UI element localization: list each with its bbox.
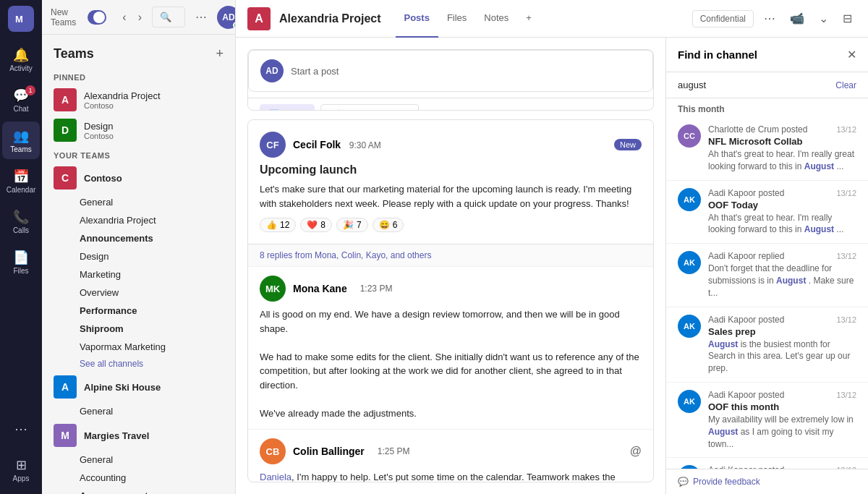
channel-shiproom[interactable]: Shiproom (42, 320, 235, 338)
channel-general[interactable]: General (42, 193, 235, 211)
channel-alexandria-project[interactable]: Alexandria Project (42, 211, 235, 229)
find-result-2[interactable]: AK Aadi Kapoor posted 13/12 OOF Today Ah… (666, 181, 868, 244)
composer-tabs: 📝 Post 📢 Announcement (248, 98, 653, 111)
rail-apps[interactable]: ⊞ Apps (2, 451, 40, 488)
channel-header: A Alexandria Project Posts Files Notes +… (236, 0, 868, 38)
find-result-5[interactable]: AK Aadi Kapoor posted 13/12 OOF this mon… (666, 383, 868, 458)
contoso-icon: C (54, 166, 77, 189)
contoso-name: Contoso (84, 173, 122, 184)
msg-title: Upcoming launch (260, 163, 642, 176)
announcement-tab-label: Announcement (346, 109, 409, 111)
find-input[interactable] (678, 80, 830, 90)
channel-vapormax[interactable]: Vapormax Marketing (42, 338, 235, 356)
channel-alexandria-project-label: Alexandria Project (80, 215, 156, 226)
more-options-button[interactable]: ⋯ (191, 7, 211, 27)
find-clear-button[interactable]: Clear (835, 80, 856, 90)
search-box[interactable]: 🔍 (152, 7, 185, 27)
rail-teams-label: Teams (10, 145, 31, 153)
find-result-4[interactable]: AK Aadi Kapoor posted 13/12 Sales prep A… (666, 307, 868, 383)
rail-more[interactable]: ⋯ (2, 410, 40, 448)
rail-files[interactable]: 📄 Files (2, 243, 40, 281)
pinned-design-content: Design Contoso (84, 121, 114, 140)
reply1-avatar: MK (260, 276, 286, 302)
channel-margies-general[interactable]: General (42, 451, 235, 469)
layout-button[interactable]: ⊟ (838, 9, 856, 28)
channel-marketing-label: Marketing (80, 269, 121, 280)
msg-author: Cecil Folk (293, 139, 341, 150)
main-content: A Alexandria Project Posts Files Notes +… (236, 0, 868, 494)
at-mention-icon: @ (630, 445, 642, 458)
channel-general-label: General (80, 197, 113, 208)
reaction-heart-emoji: ❤️ (307, 220, 318, 230)
replies-bar[interactable]: 8 replies from Mona, Colin, Kayo, and ot… (248, 244, 653, 266)
channel-alpine-general[interactable]: General (42, 402, 235, 420)
channel-margies-general-label: General (80, 454, 113, 465)
find-result-6[interactable]: AK Aadi Kapoor posted 13/12 Important me… (666, 458, 868, 469)
find-result-1-date: 13/12 (836, 125, 856, 134)
channel-accounting[interactable]: Accounting (42, 469, 235, 487)
reply-1: MK Mona Kane 1:23 PM All is good on my e… (248, 266, 653, 429)
reaction-thumbs[interactable]: 👍 12 (260, 218, 296, 232)
teams-icon: 👥 (13, 128, 29, 144)
left-rail: M 🔔 Activity 1 💬 Chat 👥 Teams 📅 Calendar… (0, 0, 42, 494)
find-result-3-preview: Don't forget that the deadline for submi… (708, 263, 856, 299)
channel-margies-announcements[interactable]: Announcements (42, 487, 235, 494)
channel-performance[interactable]: Performance (42, 302, 235, 320)
find-result-1[interactable]: CC Charlotte de Crum posted 13/12 NFL Mi… (666, 117, 868, 181)
team-alpine[interactable]: A Alpine Ski House (42, 372, 235, 402)
see-all-contoso[interactable]: See all channels (42, 356, 235, 372)
msg-new-badge: New (614, 139, 642, 150)
post-tab-btn[interactable]: 📝 Post (260, 104, 315, 111)
find-result-5-date: 13/12 (836, 391, 856, 399)
tab-notes[interactable]: Notes (475, 0, 517, 38)
find-result-3-date: 13/12 (836, 252, 856, 260)
find-result-2-preview: Ah that's great to hear. I'm really look… (708, 212, 856, 237)
new-teams-switch[interactable] (88, 10, 106, 25)
reply2-avatar: CB (260, 438, 286, 464)
reaction-heart[interactable]: ❤️ 8 (300, 218, 332, 232)
channel-design[interactable]: Design (42, 247, 235, 265)
post-composer[interactable]: AD Start a post (248, 50, 653, 92)
tab-files[interactable]: Files (438, 0, 475, 38)
pinned-alexandria[interactable]: A Alexandria Project Contoso (42, 85, 235, 115)
find-result-4-date: 13/12 (836, 315, 856, 324)
channel-more-button[interactable]: ⋯ (760, 9, 780, 28)
reply2-body: Daniela, I'm happy to help. Let's put so… (260, 470, 642, 482)
channel-marketing[interactable]: Marketing (42, 265, 235, 284)
user-avatar[interactable]: AD (217, 6, 236, 29)
rail-calls[interactable]: 📞 Calls (2, 203, 40, 240)
find-feedback[interactable]: 💬 Provide feedback (666, 469, 868, 494)
reaction-laugh-emoji: 😄 (379, 220, 390, 230)
rail-teams[interactable]: 👥 Teams (2, 122, 40, 159)
forward-button[interactable]: › (134, 8, 146, 27)
back-button[interactable]: ‹ (118, 8, 130, 27)
video-call-button[interactable]: 📹 (786, 9, 809, 28)
reaction-laugh[interactable]: 😄 6 (373, 218, 404, 232)
posts-main: AD Start a post 📝 Post 📢 Announcement (236, 38, 665, 494)
tab-notes-label: Notes (484, 12, 509, 23)
alpine-icon: A (54, 375, 77, 399)
add-tab-button[interactable]: + (517, 0, 540, 38)
reaction-laugh-count: 6 (393, 220, 398, 230)
team-margies[interactable]: M Margies Travel (42, 420, 235, 451)
pinned-design[interactable]: D Design Contoso (42, 115, 235, 145)
reaction-party[interactable]: 🎉 7 (336, 218, 368, 232)
channel-overview-label: Overview (80, 287, 119, 298)
rail-activity[interactable]: 🔔 Activity (2, 41, 40, 78)
channel-alpine-general-label: General (80, 406, 113, 417)
tab-posts[interactable]: Posts (396, 0, 438, 38)
rail-chat[interactable]: 1 💬 Chat (2, 81, 40, 119)
add-team-button[interactable]: + (216, 46, 224, 61)
channel-accounting-label: Accounting (80, 472, 126, 483)
expand-button[interactable]: ⌄ (814, 9, 833, 28)
find-close-button[interactable]: ✕ (847, 48, 856, 61)
find-result-3[interactable]: AK Aadi Kapoor replied 13/12 Don't forge… (666, 244, 868, 307)
channel-overview[interactable]: Overview (42, 284, 235, 302)
find-result-5-header: Aadi Kapoor posted 13/12 (708, 390, 856, 400)
announcement-tab-btn[interactable]: 📢 Announcement (320, 104, 418, 111)
rail-calendar[interactable]: 📅 Calendar (2, 162, 40, 200)
channel-announcements[interactable]: Announcements (42, 229, 235, 247)
rail-calendar-label: Calendar (7, 186, 36, 194)
alpine-name: Alpine Ski House (84, 382, 161, 393)
team-contoso[interactable]: C Contoso (42, 163, 235, 193)
